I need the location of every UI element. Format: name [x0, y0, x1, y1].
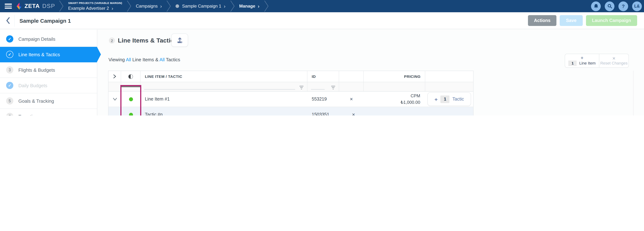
- pricing-value: ₺1,000.00: [400, 99, 420, 106]
- filter-icon[interactable]: [300, 86, 304, 89]
- viewing-mid: Line Items &: [132, 57, 158, 62]
- delete-icon[interactable]: ✕: [352, 112, 355, 116]
- help-icon[interactable]: ?: [618, 1, 628, 11]
- line-item-name-cell[interactable]: Line Item #1: [140, 92, 308, 107]
- status-column-icon[interactable]: [128, 74, 133, 79]
- sidebar-item-campaign-details[interactable]: ✓ Campaign Details: [0, 31, 97, 47]
- sidebar-item-daily-budgets[interactable]: ✓ Daily Budgets: [0, 78, 97, 93]
- sidebar-item-label: Daily Budgets: [18, 83, 47, 88]
- reset-changes-button[interactable]: ✕ Reset Changes: [599, 54, 628, 68]
- sidebar-item-flights-budgets[interactable]: 3 Flights & Budgets: [0, 62, 97, 78]
- sidebar-item-label: Flights & Budgets: [18, 67, 55, 72]
- top-nav-actions: ? L&: [591, 1, 642, 11]
- column-header-id: ID: [308, 71, 339, 82]
- breadcrumb: SMART PROJECTS (VARIABLE MARGIN) Example…: [59, 0, 269, 12]
- check-icon: ✓: [6, 35, 13, 42]
- actions-button[interactable]: Actions: [528, 15, 556, 26]
- column-header-pricing: PRICING: [364, 71, 425, 82]
- manage-label: Manage: [239, 4, 255, 9]
- breadcrumb-separator-icon: [126, 0, 132, 12]
- id-filter-input[interactable]: [311, 89, 325, 90]
- line-item-count-input[interactable]: 1: [568, 60, 577, 66]
- breadcrumb-manage[interactable]: Manage ›: [235, 0, 264, 12]
- expand-all-chevron-icon[interactable]: [112, 74, 117, 79]
- table-row-line-item: Line Item #1 553219 ✕ CPM ₺1,000.00 + 1 …: [108, 92, 473, 107]
- sidebar-item-line-items-tactics[interactable]: ✓ Line Items & Tactics: [0, 47, 97, 62]
- column-header-name: LINE ITEM / TACTIC: [140, 71, 308, 82]
- launch-campaign-button[interactable]: Launch Campaign: [586, 15, 637, 26]
- viewing-suffix: Tactics: [166, 57, 180, 62]
- table-filter-row: [108, 82, 473, 92]
- header-buttons: Actions Save Launch Campaign: [528, 15, 637, 26]
- line-item-toolbar: + 1 Line Item ✕ Reset Changes: [565, 54, 629, 68]
- add-tactic-control: + 1 Tactic: [428, 92, 471, 106]
- tactic-label: Tactic: [452, 96, 464, 102]
- app-window: ZETA DSP SMART PROJECTS (VARIABLE MARGIN…: [0, 0, 644, 116]
- sidebar-item-label: Line Items & Tactics: [18, 52, 60, 57]
- check-icon: ✓: [6, 51, 13, 58]
- row-id: 553219: [312, 96, 327, 102]
- viewing-prefix: Viewing: [108, 57, 125, 62]
- top-navigation-bar: ZETA DSP SMART PROJECTS (VARIABLE MARGIN…: [0, 0, 644, 12]
- table-row-tactic: Tactic #n 1503351 ✕: [108, 107, 473, 116]
- viewing-filter-summary: Viewing All Line Items & All Tactics: [108, 57, 180, 62]
- breadcrumb-separator-icon: [166, 0, 171, 12]
- breadcrumb-separator-icon: [264, 0, 269, 12]
- tactic-name: Tactic #n: [145, 112, 163, 116]
- step-number-badge: 6: [6, 113, 13, 116]
- sidebar-item-label: Targeting: [18, 114, 38, 116]
- close-icon: ✕: [612, 56, 616, 60]
- line-item-label: Line Item: [579, 61, 596, 65]
- zeta-diamond-icon: [16, 3, 22, 10]
- chevron-right-icon: ›: [224, 4, 226, 9]
- chevron-right-icon: ›: [160, 4, 162, 9]
- logo-text-secondary: DSP: [42, 3, 55, 9]
- page-title: Sample Campaign 1: [20, 18, 71, 24]
- search-icon[interactable]: [605, 1, 614, 11]
- filter-icon[interactable]: [331, 86, 335, 89]
- add-line-item-control: + 1 Line Item: [565, 54, 599, 68]
- tactic-name-cell[interactable]: Tactic #n: [140, 107, 308, 116]
- step-number-badge: 3: [6, 66, 13, 74]
- row-id: 1503351: [312, 112, 329, 116]
- campaigns-label: Campaigns: [136, 4, 158, 9]
- name-filter-input[interactable]: [144, 89, 295, 90]
- plus-icon[interactable]: +: [580, 56, 583, 60]
- status-dot: [129, 112, 133, 116]
- pricing-model: CPM: [400, 92, 420, 99]
- avatar[interactable]: L&: [632, 1, 642, 11]
- hamburger-menu-icon[interactable]: [5, 4, 12, 9]
- campaign-status-dot: [176, 4, 179, 8]
- plus-icon[interactable]: +: [434, 96, 438, 102]
- check-icon: ✓: [6, 82, 13, 89]
- breadcrumb-separator-icon: [230, 0, 235, 12]
- all-tactics-link[interactable]: All: [160, 57, 165, 62]
- project-eyebrow: SMART PROJECTS (VARIABLE MARGIN): [68, 2, 122, 5]
- section-title: Line Items & Tactics: [118, 37, 177, 44]
- line-item-name: Line Item #1: [145, 96, 170, 102]
- section-step-badge: 2: [109, 38, 115, 44]
- table-header-row: LINE ITEM / TACTIC ID PRICING: [108, 71, 473, 82]
- breadcrumb-campaigns[interactable]: Campaigns ›: [132, 0, 166, 12]
- chevron-down-icon[interactable]: [112, 96, 117, 102]
- tactic-count-input[interactable]: 1: [440, 95, 450, 103]
- breadcrumb-campaign[interactable]: Sample Campaign 1 ›: [171, 0, 230, 12]
- delete-icon[interactable]: ✕: [350, 97, 353, 102]
- page-header: Sample Campaign 1 Actions Save Launch Ca…: [0, 12, 644, 29]
- all-line-items-link[interactable]: All: [126, 57, 131, 62]
- logo-text-primary: ZETA: [24, 3, 40, 9]
- panel-divider: [633, 71, 634, 116]
- sidebar-item-label: Campaign Details: [18, 36, 55, 42]
- save-button[interactable]: Save: [560, 15, 582, 26]
- sidebar-item-goals-tracking[interactable]: 5 Goals & Tracking: [0, 93, 97, 109]
- sidebar-item-targeting[interactable]: 6 Targeting: [0, 109, 97, 116]
- avatar-initials: L&: [634, 4, 640, 8]
- notifications-bell-icon[interactable]: [591, 1, 601, 11]
- back-button[interactable]: [6, 16, 10, 24]
- zeta-dsp-logo[interactable]: ZETA DSP: [16, 3, 55, 10]
- pricing-cell[interactable]: CPM ₺1,000.00: [364, 92, 425, 107]
- breadcrumb-advertiser[interactable]: SMART PROJECTS (VARIABLE MARGIN) Example…: [64, 0, 126, 12]
- upload-button[interactable]: [171, 34, 188, 47]
- campaign-label: Sample Campaign 1: [182, 4, 221, 9]
- step-number-badge: 5: [6, 97, 13, 104]
